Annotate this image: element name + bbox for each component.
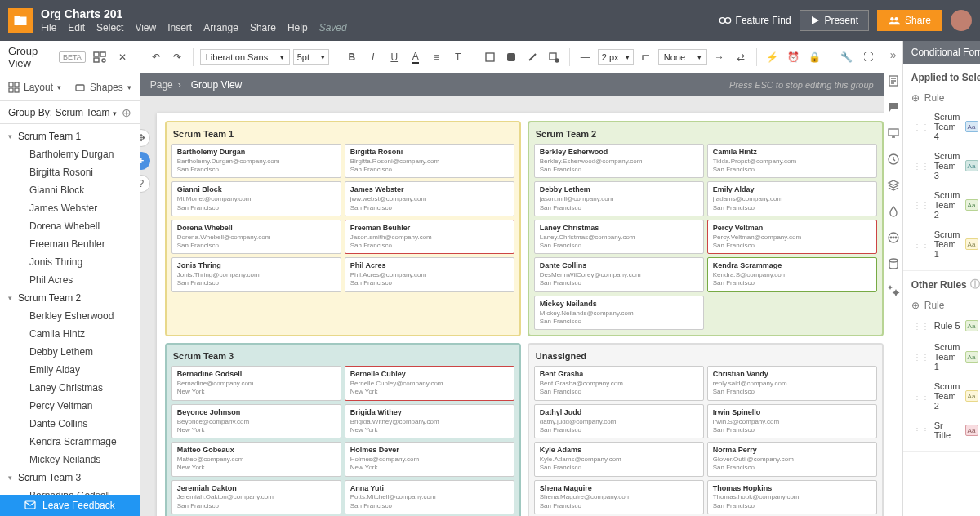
arrow-end-icon[interactable]: →: [710, 48, 728, 66]
person-card[interactable]: Bent GrashaBent.Grasha@company.comSan Fr…: [534, 366, 704, 400]
person-card[interactable]: Debby Lethemjason.mill@company.comSan Fr…: [534, 181, 704, 216]
dock-chat-icon[interactable]: [884, 98, 902, 116]
drag-handle-icon[interactable]: ⋮⋮: [913, 240, 929, 249]
undo-icon[interactable]: ↶: [147, 48, 165, 66]
add-rule-button[interactable]: ⊕Rule: [911, 89, 980, 107]
fill-icon[interactable]: [481, 48, 499, 66]
line-width-select[interactable]: 2 px▾: [598, 49, 634, 65]
person-card[interactable]: Jonis ThringJonis.Thring@company.comSan …: [172, 257, 341, 291]
person-card[interactable]: Laney ChristmasLaney.Christmas@company.c…: [534, 220, 704, 254]
add-other-rule-button[interactable]: ⊕Rule: [911, 296, 980, 314]
border-icon[interactable]: [502, 48, 520, 66]
canvas-group[interactable]: UnassignedBent GrashaBent.Grasha@company…: [528, 343, 884, 516]
tree-item[interactable]: Emily Alday: [0, 361, 140, 379]
rule-row[interactable]: ⋮⋮Scrum Team 3AaAa↓⋮: [911, 146, 980, 185]
canvas[interactable]: ✥ + ? Scrum Team 1Bartholemy DurganBarth…: [140, 96, 884, 516]
person-card[interactable]: Matteo GobeauxMatteo@company.comNew York: [172, 442, 341, 476]
rule-row[interactable]: ⋮⋮Rule 5AaAa↓⋮: [911, 314, 980, 337]
person-card[interactable]: Bernelle CubleyBernelle.Cubley@company.c…: [345, 366, 514, 400]
info-icon[interactable]: ⓘ: [970, 278, 980, 291]
person-card[interactable]: Kyle AdamsKyle.Adams@company.comSan Fran…: [534, 442, 704, 476]
person-card[interactable]: Thomas HopkinsThomas.hopk@company.comSan…: [707, 480, 877, 514]
tree-group[interactable]: Scrum Team 1: [0, 127, 140, 145]
person-card[interactable]: Berkley EsherwoodBerkley.Esherwood@compa…: [534, 144, 704, 178]
person-card[interactable]: Camila HintzTidda.Propst@company.comSan …: [707, 144, 877, 178]
tree-group[interactable]: Scrum Team 3: [0, 469, 140, 487]
menu-arrange[interactable]: Arrange: [203, 22, 238, 33]
align-icon[interactable]: ≡: [428, 48, 446, 66]
rule-row[interactable]: ⋮⋮Scrum Team 2AaAa↓⋮: [911, 185, 980, 225]
fullscreen-icon[interactable]: ⛶: [859, 48, 877, 66]
dock-present-icon[interactable]: [884, 124, 902, 142]
person-card[interactable]: Brigida WitheyBrigida.Withey@company.com…: [345, 404, 514, 438]
canvas-page[interactable]: ✥ + ? Scrum Team 1Bartholemy DurganBarth…: [157, 113, 884, 516]
tree-item[interactable]: Birgitta Rosoni: [0, 163, 140, 181]
person-card[interactable]: Shena MaguireShena.Maguire@company.comSa…: [534, 480, 704, 514]
close-view-icon[interactable]: ✕: [114, 48, 131, 66]
tree-item[interactable]: James Webster: [0, 199, 140, 217]
swap-ends-icon[interactable]: ⇄: [732, 48, 750, 66]
tree-item[interactable]: Camila Hintz: [0, 325, 140, 343]
tree-item[interactable]: Percy Veltman: [0, 397, 140, 415]
tree-item[interactable]: Dante Collins: [0, 415, 140, 433]
tree-item[interactable]: Dorena Whebell: [0, 217, 140, 235]
line-start-select[interactable]: None▾: [658, 49, 707, 65]
menu-select[interactable]: Select: [96, 22, 123, 33]
tree-item[interactable]: Mickey Neilands: [0, 451, 140, 469]
move-handle-icon[interactable]: ✥: [140, 129, 150, 147]
person-card[interactable]: Bernadine GodsellBernadine@company.comNe…: [172, 366, 341, 400]
rule-row[interactable]: ⋮⋮Scrum Team 2AaAa↓⋮: [911, 376, 980, 416]
tree-item[interactable]: Debby Lethem: [0, 343, 140, 361]
dock-doc-icon[interactable]: [884, 72, 902, 90]
person-card[interactable]: Dathyl Judddathy.judd@company.comSan Fra…: [534, 404, 704, 438]
person-card[interactable]: Holmes DeverHolmes@company.comNew York: [345, 442, 514, 476]
tree-item[interactable]: Jonis Thring: [0, 253, 140, 271]
person-card[interactable]: Jeremiah OaktonJeremiah.Oakton@company.c…: [172, 480, 341, 514]
person-card[interactable]: Irwin Spinelloirwin.S@company.comSan Fra…: [707, 404, 877, 438]
add-group-icon[interactable]: ⊕: [122, 106, 131, 119]
text-options-icon[interactable]: T: [449, 48, 467, 66]
rule-row[interactable]: ⋮⋮Sr TitleAaAa↓⋮: [911, 416, 980, 445]
dock-magic-icon[interactable]: [884, 281, 902, 299]
bold-icon[interactable]: B: [343, 48, 361, 66]
person-card[interactable]: Phil AcresPhil.Acres@company.comSan Fran…: [345, 257, 514, 291]
dock-data-icon[interactable]: [884, 255, 902, 273]
tree-item[interactable]: Laney Christmas: [0, 379, 140, 397]
user-avatar[interactable]: [951, 10, 972, 31]
shapes-dropdown[interactable]: Shapes ▾: [74, 82, 131, 93]
menu-view[interactable]: View: [135, 22, 156, 33]
drag-handle-icon[interactable]: ⋮⋮: [913, 201, 929, 210]
line-path-icon[interactable]: [637, 48, 655, 66]
canvas-group[interactable]: Scrum Team 1Bartholemy DurganBartholemy.…: [165, 121, 521, 336]
underline-icon[interactable]: U: [385, 48, 403, 66]
line-color-icon[interactable]: [523, 48, 541, 66]
doc-title[interactable]: Org Charts 201: [41, 7, 347, 20]
shape-options-icon[interactable]: [545, 48, 563, 66]
help-icon[interactable]: ?: [140, 175, 150, 193]
rule-row[interactable]: ⋮⋮Scrum Team 1AaAa↓⋮: [911, 337, 980, 376]
layout-dropdown[interactable]: Layout ▾: [8, 82, 61, 93]
line-style-icon[interactable]: —: [577, 48, 595, 66]
rule-row[interactable]: ⋮⋮Scrum Team 4AaAa↓⋮: [911, 107, 980, 146]
tree-item[interactable]: Bartholemy Durgan: [0, 145, 140, 163]
tree-item[interactable]: Berkley Esherwood: [0, 307, 140, 325]
dock-layers-icon[interactable]: [884, 176, 902, 194]
dock-comment-icon[interactable]: [884, 229, 902, 247]
view-settings-icon[interactable]: [91, 48, 109, 66]
person-card[interactable]: Bartholemy DurganBartholemy.Durgan@compa…: [172, 144, 341, 178]
flash-icon[interactable]: ⚡: [764, 48, 782, 66]
menu-insert[interactable]: Insert: [167, 22, 192, 33]
drag-handle-icon[interactable]: ⋮⋮: [913, 322, 929, 331]
person-card[interactable]: Freeman BeuhlerJason.smith@company.comSa…: [345, 220, 514, 254]
person-card[interactable]: Dorena WhebellDorena.Whebell@company.com…: [172, 220, 341, 254]
redo-icon[interactable]: ↷: [168, 48, 186, 66]
breadcrumb-page[interactable]: Page: [150, 79, 173, 91]
lock-icon[interactable]: 🔒: [806, 48, 824, 66]
person-card[interactable]: Christian Vandyreply.said@company.comSan…: [707, 366, 877, 400]
drag-handle-icon[interactable]: ⋮⋮: [913, 353, 929, 362]
drag-handle-icon[interactable]: ⋮⋮: [913, 162, 929, 171]
dock-history-icon[interactable]: [884, 150, 902, 168]
drag-handle-icon[interactable]: ⋮⋮: [913, 122, 929, 131]
font-select[interactable]: Liberation Sans▾: [200, 49, 290, 65]
menu-edit[interactable]: Edit: [68, 22, 85, 33]
